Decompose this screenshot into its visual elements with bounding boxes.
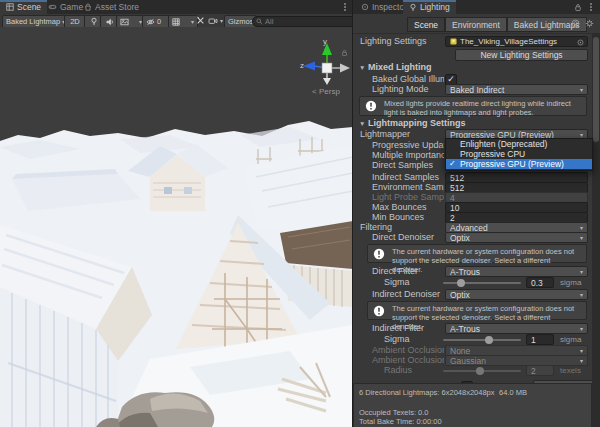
inspector-tabbar: Inspector Lighting bbox=[353, 0, 600, 15]
persp-toggle[interactable]: < Persp bbox=[300, 87, 352, 96]
lighting-subtab-strip: Scene Environment Baked Lightmaps bbox=[353, 14, 600, 34]
tab-scene[interactable]: Scene bbox=[0, 0, 47, 14]
unity-editor-window: Scene Game Asset Store Inspector Lightin… bbox=[0, 0, 600, 427]
axis-y-label: y bbox=[323, 37, 327, 46]
chevron-down-icon: ▾ bbox=[580, 235, 583, 241]
indirect-sigma-value: 1 bbox=[531, 335, 536, 345]
lighting-mode-value: Baked Indirect bbox=[450, 85, 504, 95]
search-placeholder: All bbox=[265, 17, 273, 26]
ao-filter-value: Gaussian bbox=[450, 356, 486, 366]
direct-denoiser-dropdown[interactable]: Optix ▾ bbox=[445, 232, 588, 243]
menu-item-progressive-gpu[interactable]: ✓ Progressive GPU (Preview) bbox=[446, 159, 592, 169]
info-icon bbox=[373, 305, 385, 317]
direct-sigma-field[interactable]: 0.3 bbox=[526, 277, 554, 288]
menu-item-label: Enlighten (Deprecated) bbox=[460, 139, 547, 149]
scrollbar-thumb[interactable] bbox=[593, 37, 599, 142]
slider-thumb[interactable] bbox=[485, 336, 493, 344]
max-bounces-value: 10 bbox=[450, 203, 459, 213]
scene-search-input[interactable]: All bbox=[252, 16, 357, 27]
tool-settings-button[interactable] bbox=[196, 15, 205, 26]
indirect-denoiser-row: Indirect Denoiser Optix ▾ bbox=[357, 289, 594, 300]
lighting-settings-value: The_Viking_VillageSettings bbox=[460, 37, 557, 46]
lightmaps-size: 64.0 MB bbox=[499, 388, 527, 397]
menu-item-progressive-cpu[interactable]: Progressive CPU bbox=[446, 149, 592, 159]
lightmapping-settings-header[interactable]: ▼ Lightmapping Settings bbox=[357, 118, 594, 129]
sigma-unit-label: sigma bbox=[560, 277, 581, 288]
scene-camera-dropdown[interactable]: ▾ bbox=[208, 15, 223, 26]
bake-status-box: 6 Directional Lightmaps: 6x2048x2048px 6… bbox=[353, 383, 592, 427]
indirect-sigma-slider[interactable] bbox=[443, 339, 521, 341]
direct-filter-value: A-Trous bbox=[450, 267, 480, 277]
pane-divider[interactable] bbox=[352, 0, 353, 427]
direct-filter-label: Direct Filter bbox=[372, 266, 444, 277]
slider-thumb[interactable] bbox=[457, 279, 465, 287]
game-controller-icon bbox=[48, 3, 57, 11]
check-icon: ✓ bbox=[447, 74, 455, 84]
lighting-pane-menu-icon[interactable] bbox=[586, 2, 596, 12]
asset-store-bag-icon bbox=[84, 3, 92, 11]
new-lighting-settings-button[interactable]: New Lighting Settings bbox=[455, 49, 588, 61]
inspector-icon bbox=[361, 3, 369, 11]
menu-item-label: Progressive CPU bbox=[460, 149, 525, 159]
direct-denoiser-warning: The current hardware or system configura… bbox=[367, 244, 587, 263]
direct-denoiser-label: Direct Denoiser bbox=[372, 232, 444, 243]
direct-sigma-slider[interactable] bbox=[443, 282, 521, 284]
lightmapper-label: Lightmapper bbox=[360, 129, 444, 140]
mixed-lighting-header[interactable]: ▼ Mixed Lighting bbox=[357, 62, 594, 73]
subtab-scene-label: Scene bbox=[414, 20, 438, 30]
help-icon[interactable] bbox=[571, 19, 580, 28]
lighting-settings-object-field[interactable]: The_Viking_VillageSettings bbox=[445, 36, 588, 47]
chevron-down-icon: ▾ bbox=[580, 358, 583, 364]
subtab-environment[interactable]: Environment bbox=[445, 17, 507, 32]
lighting-asset-icon bbox=[450, 38, 457, 45]
lighting-subtabs: Scene Environment Baked Lightmaps bbox=[407, 17, 587, 32]
tab-lighting[interactable]: Lighting bbox=[403, 0, 456, 14]
gizmo-lock-icon[interactable] bbox=[341, 49, 348, 57]
indirect-filter-dropdown[interactable]: A-Trous ▾ bbox=[445, 323, 588, 334]
environment-samples-value: 512 bbox=[450, 183, 464, 193]
indirect-denoiser-dropdown[interactable]: Optix ▾ bbox=[445, 289, 588, 300]
chevron-down-icon: ▾ bbox=[220, 18, 223, 24]
scene-tabbar: Scene Game Asset Store bbox=[0, 0, 353, 15]
object-picker-icon[interactable] bbox=[577, 39, 584, 46]
indirect-samples-value: 512 bbox=[450, 173, 464, 183]
tab-asset-store[interactable]: Asset Store bbox=[78, 0, 145, 14]
filtering-value: Advanced bbox=[450, 223, 488, 233]
tab-inspector-label: Inspector bbox=[372, 2, 407, 12]
indirect-sigma-field[interactable]: 1 bbox=[526, 334, 554, 345]
camera-icon bbox=[208, 17, 218, 25]
indirect-sigma-label: Sigma bbox=[384, 334, 444, 345]
search-icon bbox=[256, 18, 263, 25]
menu-item-enlighten[interactable]: Enlighten (Deprecated) bbox=[446, 139, 592, 149]
scene-viewport[interactable]: y z < Persp bbox=[0, 27, 353, 427]
info-icon bbox=[373, 248, 385, 260]
subtab-scene[interactable]: Scene bbox=[407, 17, 445, 32]
menu-item-label: Progressive GPU (Preview) bbox=[460, 159, 564, 169]
radius-unit-label: texels bbox=[560, 365, 581, 376]
indirect-filter-row: Indirect Filter A-Trous ▾ bbox=[357, 323, 594, 334]
direct-sigma-label: Sigma bbox=[384, 277, 444, 288]
slider-thumb bbox=[476, 367, 484, 375]
lighting-settings-label: Lighting Settings bbox=[360, 36, 444, 47]
gizmos-label: Gizmos bbox=[228, 17, 253, 26]
occupied-texels: Occupied Texels: 0.0 bbox=[359, 408, 429, 417]
eye-off-icon bbox=[146, 18, 155, 26]
total-bake-time: Total Bake Time: 0:00:00 bbox=[359, 417, 442, 426]
indirect-sigma-row: Sigma 1 sigma bbox=[357, 334, 594, 345]
direct-sigma-row: Sigma 0.3 sigma bbox=[357, 277, 594, 288]
ao-radius-row: Radius 2 texels bbox=[357, 365, 594, 376]
light-probe-value: 4 bbox=[450, 193, 455, 203]
scene-pane-menu-icon[interactable] bbox=[340, 2, 350, 12]
ao-radius-slider bbox=[443, 370, 521, 372]
lighting-mode-dropdown[interactable]: Baked Indirect ▾ bbox=[445, 84, 588, 95]
tab-lighting-label: Lighting bbox=[420, 2, 450, 12]
gear-icon[interactable] bbox=[585, 19, 594, 28]
lock-icon[interactable] bbox=[574, 3, 582, 12]
chevron-down-icon: ▾ bbox=[191, 19, 194, 25]
direct-filter-dropdown[interactable]: A-Trous ▾ bbox=[445, 266, 588, 277]
info-icon bbox=[365, 100, 377, 112]
panel-scrollbar[interactable] bbox=[592, 33, 600, 427]
hidden-count: 0 bbox=[157, 17, 161, 26]
grid-icon bbox=[172, 18, 180, 26]
indirect-denoiser-label: Indirect Denoiser bbox=[372, 289, 444, 300]
